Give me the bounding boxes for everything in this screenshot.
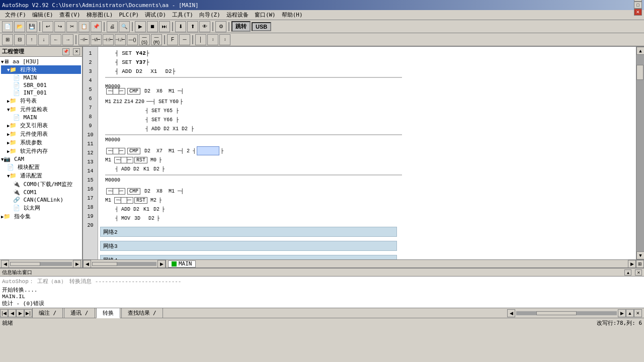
bottom-tab-compile[interactable]: 编注 / bbox=[32, 308, 63, 318]
menu-item-v[interactable]: 查看(V) bbox=[56, 10, 84, 20]
tree-item-9[interactable]: ▶ 📁 元件使用表 bbox=[1, 130, 81, 138]
tree-item-5[interactable]: ▶ 📁 符号表 bbox=[1, 97, 81, 105]
hscroll-expand-btn[interactable]: ⊞ bbox=[636, 260, 644, 268]
tree-item-4[interactable]: 📄 INT_001 bbox=[1, 89, 81, 97]
panel-close-button[interactable]: ✕ bbox=[73, 48, 80, 55]
tb2-vline[interactable]: │ bbox=[195, 34, 206, 45]
tb2-btn2[interactable]: ⊟ bbox=[14, 34, 25, 45]
tree-item-3[interactable]: 📄 SBR_001 bbox=[1, 81, 81, 89]
tb2-rst-coil[interactable]: —(R) bbox=[151, 34, 162, 45]
tree-hscroll-thumb[interactable] bbox=[10, 262, 40, 266]
undo-button[interactable]: ↩ bbox=[42, 21, 53, 32]
tree-item-8[interactable]: ▶ 📁 交叉引用表 bbox=[1, 121, 81, 130]
bottom-close2-btn[interactable]: ✕ bbox=[634, 309, 642, 317]
vscroll-down[interactable]: ▼ bbox=[636, 251, 644, 259]
bottom-hscroll-right[interactable]: ▶ bbox=[618, 309, 626, 317]
menu-item-w[interactable]: 窗口(W) bbox=[252, 10, 279, 20]
tree-nav-right[interactable]: ▶ bbox=[73, 260, 81, 268]
new-button[interactable]: 📄 bbox=[2, 21, 13, 32]
monitor-button[interactable]: 👁 bbox=[199, 21, 210, 32]
menu-item-z[interactable]: 向导(Z) bbox=[196, 10, 223, 20]
tree-item-14[interactable]: ▼ 📁 通讯配置 bbox=[1, 171, 81, 180]
bottom-nav-last[interactable]: ▶| bbox=[24, 309, 32, 317]
tb2-out-coil[interactable]: —() bbox=[127, 34, 138, 45]
vscroll-up[interactable]: ▲ bbox=[636, 47, 644, 55]
bottom-close-btn[interactable]: ✕ bbox=[635, 269, 642, 276]
menu-item-e[interactable]: 编辑(E) bbox=[29, 10, 56, 20]
compile-button[interactable]: ⚙ bbox=[215, 21, 226, 32]
canvas-vscrollbar[interactable]: ▲ ▼ bbox=[636, 47, 644, 259]
menu-item-h[interactable]: 帮助(H) bbox=[279, 10, 306, 20]
menu-item-f[interactable]: 文件(F) bbox=[2, 10, 29, 20]
maximize-button[interactable]: □ bbox=[634, 2, 642, 9]
bottom-nav-next[interactable]: ▶ bbox=[16, 309, 24, 317]
stop-button[interactable]: ⏹ bbox=[147, 21, 158, 32]
tree-item-0[interactable]: ▼ 🖥 aa [H3U] bbox=[1, 58, 81, 65]
left-hscroll-thumb[interactable] bbox=[92, 262, 117, 266]
open-button[interactable]: 📂 bbox=[14, 21, 25, 32]
canvas-main-tab[interactable]: MAIN bbox=[168, 260, 196, 267]
left-hscroll-right[interactable]: ▶ bbox=[157, 260, 166, 268]
tree-item-15[interactable]: 🔌 COM0(下载/HM监控 bbox=[1, 180, 81, 189]
bottom-hscroll-track[interactable] bbox=[516, 311, 617, 315]
bottom-expand2-btn[interactable]: ▲ bbox=[626, 309, 634, 317]
menu-item-t[interactable]: 工具(T) bbox=[169, 10, 196, 20]
save-button[interactable]: 💾 bbox=[26, 21, 37, 32]
tree-item-6[interactable]: ▼ 📁 元件监检表 bbox=[1, 105, 81, 114]
vscroll-thumb[interactable] bbox=[636, 65, 643, 80]
bottom-hscroll-thumb[interactable] bbox=[536, 311, 577, 315]
left-hscroll-track[interactable] bbox=[92, 262, 156, 266]
tree-nav-left[interactable]: ◀ bbox=[1, 260, 9, 268]
tb2-btn3[interactable]: ↑ bbox=[26, 34, 37, 45]
tb2-nc-coil[interactable]: ⊣/⊢ bbox=[91, 34, 102, 45]
cut-button[interactable]: ✂ bbox=[66, 21, 77, 32]
tree-item-1[interactable]: ▼ 📁 程序块 bbox=[1, 65, 81, 74]
jump-button[interactable]: 跳转 bbox=[231, 21, 251, 32]
paste-button[interactable]: 📌 bbox=[91, 21, 102, 32]
menu-item-d[interactable]: 调试(D) bbox=[142, 10, 169, 20]
selected-cell-1[interactable] bbox=[197, 146, 219, 155]
step-button[interactable]: ⏭ bbox=[159, 21, 170, 32]
tree-item-13[interactable]: 📄 模块配置 bbox=[1, 163, 81, 171]
bottom-tab-convert[interactable]: 转换 bbox=[96, 308, 120, 318]
tree-item-16[interactable]: 🔌 COM1 bbox=[1, 189, 81, 196]
bottom-expand-btn[interactable]: ▲ bbox=[624, 269, 631, 276]
menu-item-l[interactable]: 梯形图(L) bbox=[84, 10, 116, 20]
copy-button[interactable]: 📋 bbox=[78, 21, 90, 32]
bottom-tab-comms[interactable]: 通讯 / bbox=[64, 308, 95, 318]
redo-button[interactable]: ↪ bbox=[54, 21, 65, 32]
tree-item-12[interactable]: ▼ 📷 CAM bbox=[1, 155, 81, 163]
tree-item-18[interactable]: 📄 以太网 bbox=[1, 204, 81, 212]
tb2-btn1[interactable]: ⊞ bbox=[2, 34, 13, 45]
left-hscroll-left[interactable]: ◀ bbox=[83, 260, 91, 268]
tb2-hline[interactable]: ─ bbox=[179, 34, 190, 45]
tree-item-10[interactable]: ▶ 📁 系统参数 bbox=[1, 138, 81, 147]
upload-button[interactable]: ⬆ bbox=[187, 21, 198, 32]
bottom-nav-prev[interactable]: ◀ bbox=[8, 309, 16, 317]
bottom-nav-first[interactable]: |◀ bbox=[0, 309, 8, 317]
print-button[interactable]: 🖨 bbox=[107, 21, 118, 32]
tb2-btn6[interactable]: → bbox=[62, 34, 73, 45]
ladder-diagram[interactable]: ┤ SET Y42 ├ ┤ SET Y37 ├ bbox=[98, 47, 636, 259]
usb-button[interactable]: USB bbox=[252, 22, 271, 31]
tree-container[interactable]: ▼ 🖥 aa [H3U]▼ 📁 程序块 📄 MAIN 📄 SBR_001 📄 I… bbox=[0, 57, 82, 259]
panel-pin-button[interactable]: 📌 bbox=[62, 48, 69, 55]
tree-item-7[interactable]: 📄 MAIN bbox=[1, 114, 81, 121]
tb2-special2[interactable]: ↕ bbox=[219, 34, 230, 45]
bottom-hscroll-left[interactable]: ◀ bbox=[507, 309, 515, 317]
tb2-neg-coil[interactable]: ⊣↓⊢ bbox=[115, 34, 126, 45]
tb2-no-coil[interactable]: ⊣⊢ bbox=[78, 34, 90, 45]
tree-item-19[interactable]: ▶ 📁 指令集 bbox=[1, 212, 81, 221]
canvas-scroll[interactable]: 1 2 3 4 5 6 7 8 9 10 11 12 13 14 bbox=[83, 47, 636, 259]
tb2-btn5[interactable]: ← bbox=[50, 34, 61, 45]
tree-item-11[interactable]: ▶ 📁 软元件内存 bbox=[1, 147, 81, 155]
download-button[interactable]: ⬇ bbox=[175, 21, 186, 32]
tb2-set-coil[interactable]: —(S) bbox=[139, 34, 150, 45]
tree-item-2[interactable]: 📄 MAIN bbox=[1, 74, 81, 81]
close-button[interactable]: ✕ bbox=[634, 9, 642, 16]
run-button[interactable]: ▶ bbox=[135, 21, 146, 32]
tb2-pos-coil[interactable]: ⊣↑⊢ bbox=[103, 34, 114, 45]
menu-item-[interactable]: 远程设备 bbox=[223, 10, 252, 20]
hscroll-right-btn[interactable]: ▶ bbox=[628, 260, 636, 268]
tree-item-17[interactable]: 🔗 CAN(CANLink) bbox=[1, 196, 81, 204]
